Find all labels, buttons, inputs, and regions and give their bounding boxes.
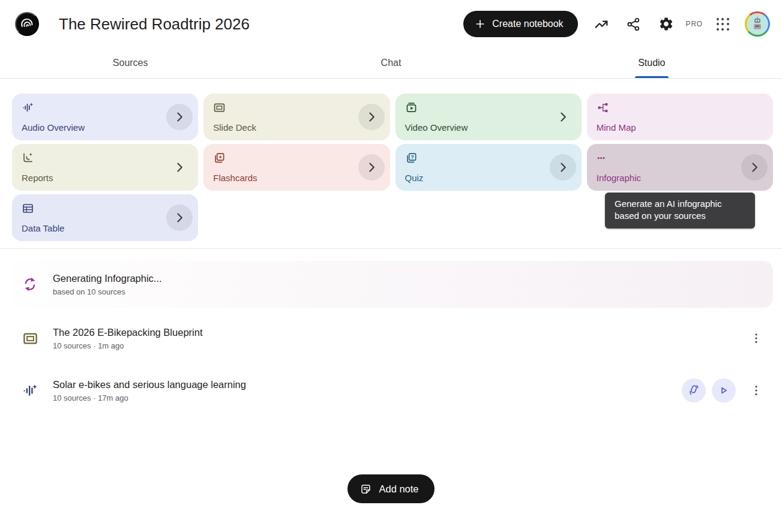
settings-button[interactable]: [653, 11, 679, 37]
chevron-right-icon[interactable]: [550, 104, 576, 130]
card-label: Audio Overview: [22, 122, 188, 133]
pro-badge: PRO: [686, 20, 703, 28]
tab-sources-label: Sources: [113, 58, 148, 68]
active-tab-underline: [635, 76, 669, 78]
create-notebook-label: Create notebook: [492, 19, 563, 29]
studio-assets-list: Generating Infographic... based on 10 so…: [12, 261, 773, 412]
card-quiz[interactable]: Quiz: [396, 144, 582, 191]
card-mind-map[interactable]: Mind Map: [587, 94, 773, 140]
play-button[interactable]: [712, 378, 736, 402]
trending-up-icon: [594, 16, 609, 32]
tab-studio-label: Studio: [638, 58, 665, 68]
avatar-robot-image: [747, 13, 768, 35]
mind-map-icon: [597, 101, 763, 114]
card-label: Mind Map: [597, 122, 763, 133]
footer: Add note: [0, 474, 782, 503]
data-table-icon: [22, 202, 188, 215]
list-item-audio-overview[interactable]: Solar e-bikes and serious language learn…: [12, 369, 773, 412]
play-icon: [717, 384, 730, 397]
card-label: Data Table: [22, 223, 188, 233]
google-apps-button[interactable]: [709, 11, 736, 37]
tab-chat[interactable]: Chat: [260, 48, 521, 78]
asset-title: The 2026 E-Bikepacking Blueprint: [53, 327, 202, 338]
share-icon: [626, 17, 641, 32]
notebook-title[interactable]: The Rewired Roadtrip 2026: [59, 15, 250, 34]
card-flashcards[interactable]: Flashcards: [203, 144, 389, 191]
more-menu-icon[interactable]: [744, 326, 768, 350]
app-header: The Rewired Roadtrip 2026 Create noteboo…: [0, 0, 782, 48]
asset-meta: 10 sources · 17m ago: [53, 393, 246, 402]
tab-studio[interactable]: Studio: [522, 48, 782, 78]
note-icon: [359, 483, 372, 495]
add-note-button[interactable]: Add note: [347, 474, 434, 503]
card-audio-overview[interactable]: Audio Overview: [12, 94, 198, 140]
apps-grid-icon: [717, 18, 729, 31]
plus-icon: [474, 18, 486, 30]
account-avatar[interactable]: [745, 11, 770, 37]
asset-meta: 10 sources · 1m ago: [53, 341, 202, 350]
audio-waveform-sparkle-icon: [22, 383, 38, 399]
share-button[interactable]: [621, 11, 647, 37]
flashcards-star-icon: [213, 152, 380, 164]
sync-progress-icon: [22, 276, 38, 292]
list-item-generating-infographic[interactable]: Generating Infographic... based on 10 so…: [12, 261, 773, 308]
asset-title: Solar e-bikes and serious language learn…: [53, 379, 246, 390]
card-label: Slide Deck: [213, 122, 380, 133]
infographic-tooltip: Generate an AI infographic based on your…: [605, 193, 755, 229]
card-reports[interactable]: Reports: [12, 144, 198, 191]
chevron-right-icon[interactable]: [166, 154, 193, 181]
asset-title: Generating Infographic...: [53, 273, 162, 284]
tab-sources[interactable]: Sources: [0, 48, 260, 78]
interactive-mode-button[interactable]: [682, 378, 706, 402]
video-overview-icon: [405, 101, 572, 114]
card-label: Infographic: [597, 173, 763, 183]
card-infographic[interactable]: Infographic: [587, 144, 773, 191]
add-note-label: Add note: [379, 483, 418, 495]
card-label: Quiz: [405, 173, 572, 183]
card-data-table[interactable]: Data Table: [12, 194, 198, 241]
chevron-right-icon[interactable]: [741, 154, 768, 181]
asset-meta: based on 10 sources: [53, 287, 162, 296]
chevron-right-icon[interactable]: [358, 104, 385, 130]
card-label: Flashcards: [213, 173, 380, 183]
chevron-right-icon[interactable]: [550, 154, 576, 181]
notebooklm-logo[interactable]: [15, 12, 39, 36]
slide-deck-icon: [213, 101, 380, 114]
loading-dots-icon: [597, 152, 763, 164]
audio-waveform-sparkle-icon: [22, 101, 188, 114]
panel-tabbar: Sources Chat Studio: [0, 48, 782, 79]
card-video-overview[interactable]: Video Overview: [396, 94, 582, 140]
settings-gear-icon: [658, 16, 674, 32]
chevron-right-icon[interactable]: [166, 205, 193, 231]
card-label: Reports: [22, 173, 188, 183]
card-label: Video Overview: [405, 122, 572, 133]
create-notebook-button[interactable]: Create notebook: [463, 11, 577, 37]
card-slide-deck[interactable]: Slide Deck: [203, 94, 389, 140]
quiz-question-icon: [405, 152, 572, 164]
more-menu-icon[interactable]: [744, 378, 768, 402]
chevron-right-icon[interactable]: [358, 154, 385, 181]
report-sparkle-icon: [22, 152, 188, 164]
waving-hand-icon: [687, 384, 700, 397]
tab-chat-label: Chat: [381, 58, 402, 68]
analytics-trending-button[interactable]: [588, 11, 615, 37]
list-item-slide-deck[interactable]: The 2026 E-Bikepacking Blueprint 10 sour…: [12, 317, 773, 360]
section-divider: [0, 248, 782, 249]
slide-deck-icon: [22, 330, 38, 347]
chevron-right-icon[interactable]: [166, 104, 193, 130]
